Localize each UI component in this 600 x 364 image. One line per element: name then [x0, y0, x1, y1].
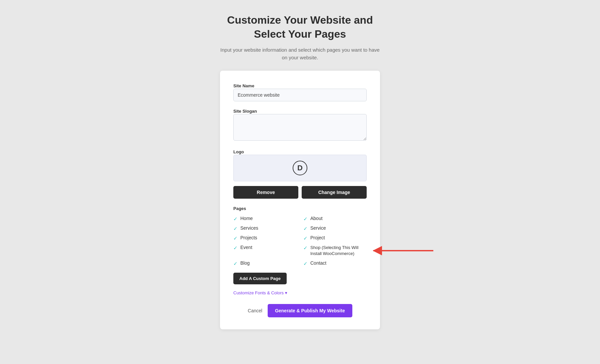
- page-item-about[interactable]: ✓ About: [303, 216, 367, 222]
- site-slogan-textarea[interactable]: [233, 114, 367, 141]
- page-name-shop: Shop (Selecting This Will Install WooCom…: [310, 245, 367, 257]
- check-icon-home: ✓: [233, 216, 238, 222]
- page-name-event: Event: [240, 245, 252, 250]
- page-name-services: Services: [240, 225, 258, 231]
- check-icon-service: ✓: [303, 226, 308, 232]
- page-item-shop[interactable]: ✓ Shop (Selecting This Will Install WooC…: [303, 245, 367, 257]
- customize-arrow-icon: ▾: [285, 290, 287, 295]
- check-icon-project: ✓: [303, 235, 308, 241]
- generate-publish-button[interactable]: Generate & Publish My Website: [268, 304, 352, 317]
- page-name-service: Service: [310, 225, 326, 231]
- check-icon-blog: ✓: [233, 261, 238, 267]
- logo-label: Logo: [233, 149, 244, 154]
- site-name-label: Site Name: [233, 83, 254, 88]
- site-slogan-label: Site Slogan: [233, 109, 257, 114]
- logo-preview: D: [233, 155, 367, 181]
- check-icon-contact: ✓: [303, 261, 308, 267]
- page-wrapper: Customize Your Website andSelect Your Pa…: [0, 0, 600, 364]
- cancel-button[interactable]: Cancel: [248, 308, 262, 313]
- shop-arrow: [373, 250, 433, 251]
- pages-grid: ✓ Home ✓ About ✓ Services ✓ Service ✓ Pr…: [233, 216, 367, 266]
- page-name-project: Project: [310, 235, 325, 240]
- remove-button[interactable]: Remove: [233, 186, 298, 199]
- page-item-projects[interactable]: ✓ Projects: [233, 235, 297, 241]
- check-icon-about: ✓: [303, 216, 308, 222]
- page-name-about: About: [310, 216, 323, 221]
- bottom-buttons: Cancel Generate & Publish My Website: [233, 304, 367, 317]
- site-name-input[interactable]: [233, 89, 367, 101]
- page-item-service[interactable]: ✓ Service: [303, 225, 367, 232]
- arrow-line: [373, 250, 433, 251]
- page-subtitle: Input your website information and selec…: [220, 46, 380, 61]
- page-item-home[interactable]: ✓ Home: [233, 216, 297, 222]
- check-icon-event: ✓: [233, 245, 238, 251]
- page-title: Customize Your Website andSelect Your Pa…: [227, 13, 373, 41]
- check-icon-shop: ✓: [303, 245, 308, 251]
- main-card: Site Name Site Slogan Logo D Remove Chan…: [220, 71, 380, 329]
- page-item-blog[interactable]: ✓ Blog: [233, 260, 297, 267]
- logo-icon: D: [293, 161, 307, 175]
- pages-label: Pages: [233, 206, 367, 211]
- page-item-services[interactable]: ✓ Services: [233, 225, 297, 232]
- page-item-contact[interactable]: ✓ Contact: [303, 260, 367, 267]
- change-image-button[interactable]: Change Image: [302, 186, 367, 199]
- check-icon-projects: ✓: [233, 235, 238, 241]
- customize-fonts-colors-link[interactable]: Customize Fonts & Colors ▾: [233, 290, 367, 295]
- page-item-event[interactable]: ✓ Event: [233, 245, 297, 257]
- add-custom-page-button[interactable]: Add A Custom Page: [233, 273, 287, 284]
- logo-button-row: Remove Change Image: [233, 186, 367, 199]
- page-item-project[interactable]: ✓ Project: [303, 235, 367, 241]
- page-name-blog: Blog: [240, 260, 250, 266]
- check-icon-services: ✓: [233, 226, 238, 232]
- customize-link-text: Customize Fonts & Colors: [233, 290, 284, 295]
- page-name-home: Home: [240, 216, 253, 221]
- page-name-contact: Contact: [310, 260, 326, 266]
- page-name-projects: Projects: [240, 235, 257, 240]
